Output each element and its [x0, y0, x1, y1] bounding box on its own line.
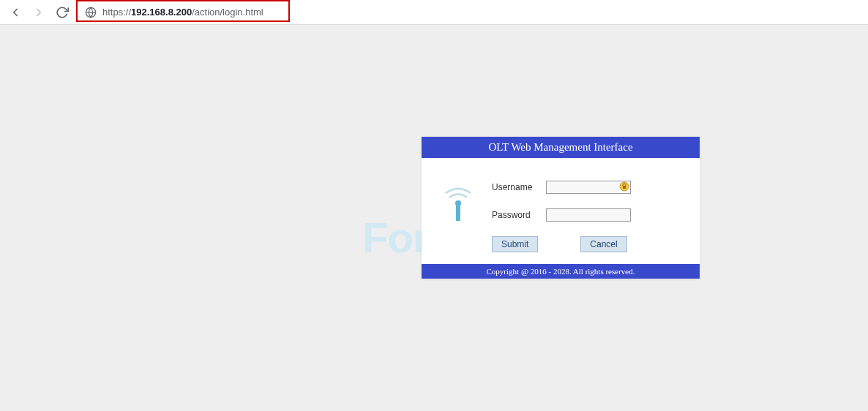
address-bar[interactable]: https://192.168.8.200/action/login.html — [85, 7, 859, 18]
wifi-tower-icon — [436, 180, 480, 252]
cancel-button[interactable]: Cancel — [580, 236, 626, 252]
password-label: Password — [492, 210, 546, 220]
submit-button[interactable]: Submit — [492, 236, 538, 252]
globe-icon — [85, 7, 97, 18]
login-panel: OLT Web Management Interface Username — [422, 137, 700, 279]
back-button[interactable] — [9, 6, 22, 19]
reload-button[interactable] — [56, 6, 69, 19]
panel-footer: Copyright @ 2016 - 2028. All rights rese… — [422, 264, 700, 279]
panel-title: OLT Web Management Interface — [422, 137, 700, 158]
svg-rect-3 — [456, 205, 460, 221]
svg-rect-5 — [623, 186, 626, 189]
panel-body: Username Password Submit Cancel — [422, 158, 700, 264]
username-label: Username — [492, 182, 546, 192]
key-icon — [619, 181, 629, 192]
page-content: ForoISP OLT Web Management Interface Use… — [0, 25, 868, 411]
browser-toolbar: https://192.168.8.200/action/login.html — [0, 0, 868, 25]
forward-button[interactable] — [32, 6, 45, 19]
url-text: https://192.168.8.200/action/login.html — [102, 7, 263, 18]
password-input[interactable] — [546, 208, 631, 222]
login-form: Username Password Submit Cancel — [492, 180, 685, 252]
username-input[interactable] — [546, 181, 631, 194]
